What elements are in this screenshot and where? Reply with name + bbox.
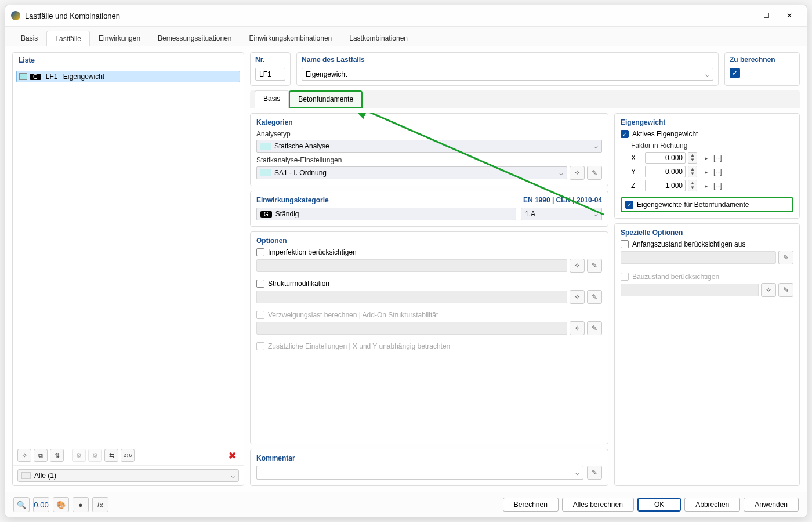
lf-name: Eigengewicht <box>63 72 104 81</box>
g-badge: G <box>260 211 272 217</box>
delete-icon[interactable]: ✖ <box>225 450 239 461</box>
aktiv-checkbox[interactable]: ✓ <box>621 130 629 138</box>
edit-icon[interactable]: ✎ <box>587 290 602 304</box>
sub-tab-basis[interactable]: Basis <box>255 90 289 108</box>
chevron-down-icon: ⌵ <box>594 142 598 150</box>
list-item[interactable]: G LF1 Eigengewicht <box>16 71 240 82</box>
kommentar-title: Kommentar <box>256 454 602 462</box>
berechnen-button[interactable]: Berechnen <box>503 498 559 512</box>
swap-icon[interactable]: ⇆ <box>104 449 118 462</box>
color-swatch <box>19 73 27 80</box>
filter-select[interactable]: Alle (1) ⌵ <box>17 469 239 482</box>
category-select[interactable]: G Ständig <box>256 208 516 220</box>
zusatz-label: Zusätzliche Einstellungen | X und Y unab… <box>268 342 450 350</box>
maximize-button[interactable]: ☐ <box>755 9 778 23</box>
window-title: Lastfälle und Kombinationen <box>25 12 731 20</box>
ok-button[interactable]: OK <box>637 498 681 512</box>
spezielle-group: Spezielle Optionen Anfangszustand berück… <box>614 223 800 486</box>
new-settings-icon[interactable]: ✧ <box>570 166 585 180</box>
beton-checkbox[interactable]: ✓ <box>625 201 633 209</box>
arrow-right-icon[interactable]: ▸ <box>701 169 711 175</box>
name-value: Eigengewicht <box>306 70 347 78</box>
filter-swatch <box>21 472 31 479</box>
list-label: Liste <box>13 53 244 68</box>
z-unit: [--] <box>713 182 730 190</box>
record-icon[interactable]: ● <box>72 497 89 512</box>
close-button[interactable]: ✕ <box>778 9 801 23</box>
statik-select[interactable]: SA1 - I. Ordnung ⌵ <box>256 166 567 179</box>
nr-label: Nr. <box>251 53 290 66</box>
anfang-label: Anfangszustand berücksichtigen aus <box>632 240 745 248</box>
titlebar: Lastfälle und Kombinationen — ☐ ✕ <box>5 5 807 27</box>
x-stepper[interactable]: ▲▼ <box>688 152 697 164</box>
tab-lastfaelle[interactable]: Lastfälle <box>46 31 90 46</box>
tab-einwirkungen[interactable]: Einwirkungen <box>90 30 149 46</box>
g-badge: G <box>30 74 41 80</box>
edit-icon[interactable]: ✎ <box>778 251 793 264</box>
chevron-down-icon: ⌵ <box>231 472 235 480</box>
imperfektion-checkbox[interactable] <box>256 248 264 256</box>
nr-input[interactable] <box>255 68 285 81</box>
anwenden-button[interactable]: Anwenden <box>744 498 799 512</box>
optionen-title: Optionen <box>256 237 602 245</box>
y-input[interactable] <box>645 166 686 177</box>
minimize-button[interactable]: — <box>731 9 755 23</box>
eigengewicht-title: Eigengewicht <box>621 118 793 126</box>
z-stepper[interactable]: ▲▼ <box>688 180 697 191</box>
z-input[interactable] <box>645 180 686 191</box>
search-icon[interactable]: 🔍 <box>13 497 30 512</box>
name-select[interactable]: Eigengewicht ⌵ <box>302 68 713 81</box>
edit-comment-icon[interactable]: ✎ <box>587 466 602 480</box>
analysetyp-select[interactable]: Statische Analyse ⌵ <box>256 140 602 153</box>
new-icon[interactable]: ✧ <box>570 259 585 273</box>
filter-text: Alle (1) <box>34 472 56 480</box>
struktur-checkbox[interactable] <box>256 280 264 288</box>
colors-icon[interactable]: 🎨 <box>53 497 69 512</box>
sub-tab-betonfundamente[interactable]: Betonfundamente <box>289 90 362 108</box>
function-icon[interactable]: fx <box>92 497 108 512</box>
arrow-right-icon[interactable]: ▸ <box>701 155 711 161</box>
calc-label: Zu berechnen <box>725 53 799 66</box>
new-icon[interactable]: ✧ <box>570 290 585 304</box>
category-value: Ständig <box>276 210 299 218</box>
calc-box: Zu berechnen ✓ <box>724 52 800 86</box>
y-unit: [--] <box>713 168 730 176</box>
calc-checkbox[interactable]: ✓ <box>730 68 740 78</box>
bauzustand-input <box>621 284 759 296</box>
x-input[interactable] <box>645 152 686 164</box>
abbrechen-button[interactable]: Abbrechen <box>684 498 740 512</box>
alles-berechnen-button[interactable]: Alles berechnen <box>562 498 634 512</box>
name-label: Name des Lastfalls <box>297 53 718 66</box>
analysetyp-label: Analysetyp <box>256 130 602 138</box>
tool-icon-2: ⚙ <box>88 449 102 462</box>
beton-check-label: Eigengewichte für Betonfundamente <box>637 201 749 209</box>
sub-tabs: Basis Betonfundamente <box>250 90 800 108</box>
tab-bemessung[interactable]: Bemessungssituationen <box>149 30 240 46</box>
edit-settings-icon[interactable]: ✎ <box>587 166 602 180</box>
optionen-group: Optionen Imperfektion berücksichtigen ✧ … <box>250 231 608 444</box>
tab-basis[interactable]: Basis <box>12 30 46 46</box>
kommentar-input[interactable]: ⌵ <box>256 466 583 480</box>
swatch-icon <box>260 169 271 176</box>
sort-icon[interactable]: ⇅ <box>50 449 64 462</box>
name-box: Name des Lastfalls Eigengewicht ⌵ <box>296 52 719 86</box>
y-label: Y <box>631 168 643 176</box>
subcategory-select[interactable]: 1.A ⌵ <box>521 208 602 220</box>
new-icon[interactable]: ✧ <box>761 283 776 297</box>
edit-icon[interactable]: ✎ <box>778 283 793 297</box>
footer: 🔍 0.00 🎨 ● fx Berechnen Alles berechnen … <box>5 492 807 517</box>
copy-icon[interactable]: ⧉ <box>34 449 48 462</box>
y-stepper[interactable]: ▲▼ <box>688 166 697 177</box>
arrow-right-icon[interactable]: ▸ <box>701 183 711 189</box>
tab-lastkombinationen[interactable]: Lastkombinationen <box>340 30 416 46</box>
new-icon[interactable]: ✧ <box>570 321 585 335</box>
anfang-checkbox[interactable] <box>621 240 629 248</box>
kommentar-group: Kommentar ⌵ ✎ <box>250 449 608 486</box>
edit-icon[interactable]: ✎ <box>587 259 602 273</box>
edit-icon[interactable]: ✎ <box>587 321 602 335</box>
renumber-icon[interactable]: 2↕6 <box>121 449 135 462</box>
verzweigung-label: Verzweigungslast berechnen | Add-On Stru… <box>268 311 438 319</box>
tab-einwirkungskombinationen[interactable]: Einwirkungskombinationen <box>241 30 341 46</box>
units-icon[interactable]: 0.00 <box>33 497 49 512</box>
new-icon[interactable]: ✧ <box>17 449 31 462</box>
